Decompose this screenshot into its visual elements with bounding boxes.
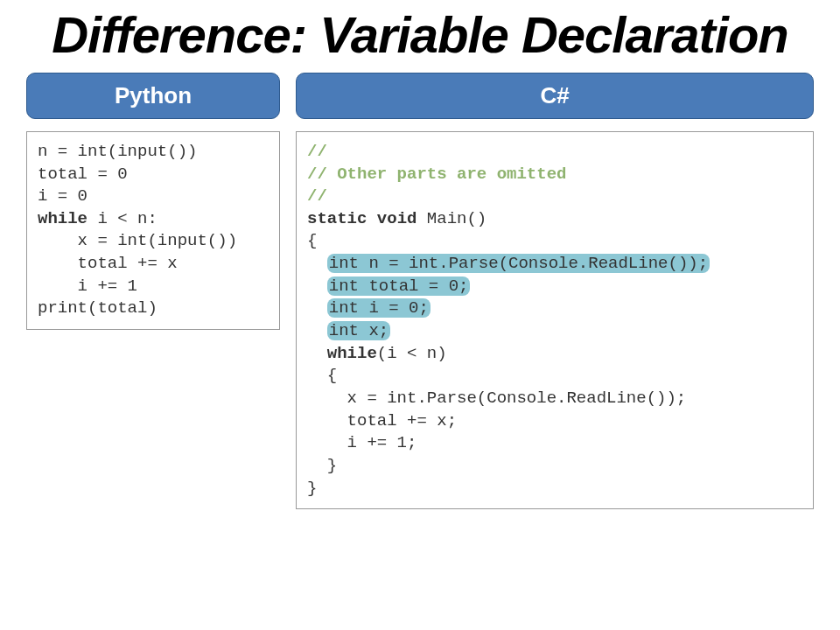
keyword-static: static	[307, 209, 367, 228]
code-text: Main()	[416, 209, 486, 228]
code-line: }	[307, 479, 317, 498]
code-line: x = int.Parse(Console.ReadLine());	[347, 388, 687, 408]
code-line: n = int(input())	[38, 142, 197, 161]
code-line: total = 0	[38, 164, 128, 184]
code-line: i += 1;	[347, 433, 417, 452]
python-column: Python n = int(input()) total = 0 i = 0 …	[26, 73, 280, 330]
comment-line: //	[307, 142, 327, 161]
keyword-void: void	[377, 209, 417, 228]
keyword-while: while	[327, 344, 377, 363]
code-line: x = int(input())	[38, 231, 237, 250]
code-line: total += x;	[347, 411, 457, 430]
highlighted-declaration: int total = 0;	[327, 276, 471, 296]
csharp-column: C# // // Other parts are omitted // stat…	[296, 73, 814, 509]
code-line: }	[327, 456, 337, 475]
csharp-header: C#	[296, 73, 814, 119]
code-line: i += 1	[38, 276, 137, 296]
comment-line: //	[307, 186, 327, 206]
columns-container: Python n = int(input()) total = 0 i = 0 …	[26, 73, 814, 509]
code-line: i < n:	[88, 209, 158, 228]
python-header: Python	[26, 73, 280, 119]
code-line: print(total)	[38, 298, 158, 318]
csharp-code-box: // // Other parts are omitted // static …	[296, 131, 814, 509]
code-text: (i < n)	[377, 344, 447, 363]
code-line: {	[307, 231, 317, 250]
python-code-box: n = int(input()) total = 0 i = 0 while i…	[26, 131, 280, 330]
highlighted-declaration: int x;	[327, 321, 390, 340]
code-line: total += x	[38, 254, 178, 273]
highlighted-declaration: int n = int.Parse(Console.ReadLine());	[327, 254, 710, 273]
code-line: {	[327, 366, 337, 385]
keyword-while: while	[38, 209, 88, 228]
highlighted-declaration: int i = 0;	[327, 298, 430, 318]
comment-line: // Other parts are omitted	[307, 164, 566, 184]
slide-title: Difference: Variable Declaration	[26, 9, 814, 62]
code-line: i = 0	[38, 186, 88, 206]
